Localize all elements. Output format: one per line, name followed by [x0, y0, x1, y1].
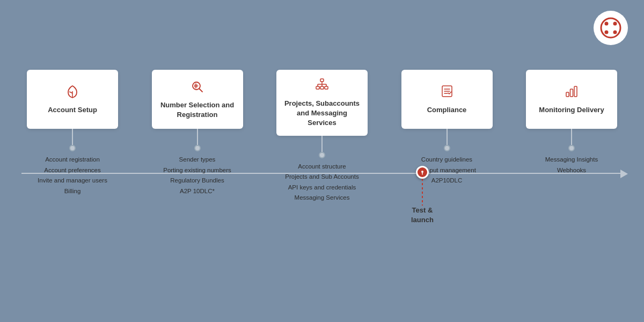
- below-projects: Account structure Projects and Sub Accou…: [279, 162, 365, 203]
- svg-point-2: [613, 22, 617, 26]
- card-title-monitoring: Monitoring Delivery: [539, 105, 604, 115]
- org-chart-icon: [314, 77, 330, 94]
- connector-3: [321, 136, 323, 152]
- connector-5: [571, 129, 572, 145]
- svg-line-6: [199, 89, 202, 92]
- dot-1: [69, 145, 76, 151]
- svg-rect-10: [325, 86, 328, 89]
- dot-4: [444, 145, 450, 151]
- below-account-setup: Account registration Account preferences…: [30, 155, 115, 196]
- card-compliance: Compliance: [401, 70, 493, 129]
- card-monitoring-delivery: Monitoring Delivery: [526, 70, 617, 129]
- card-title-compliance: Compliance: [427, 105, 467, 115]
- svg-rect-22: [574, 86, 577, 97]
- leaf-icon: [65, 84, 80, 101]
- dot-5: [568, 145, 575, 151]
- step-number-selection: Number Selection and Registration Sender…: [147, 70, 248, 203]
- svg-point-0: [601, 18, 620, 38]
- pin-icon: [420, 170, 425, 175]
- dot-3: [319, 152, 325, 158]
- card-title-account-setup: Account Setup: [48, 105, 97, 115]
- main-container: Account Setup Account registration Accou…: [21, 70, 623, 290]
- svg-point-1: [605, 22, 609, 26]
- card-title-number-selection: Number Selection and Registration: [158, 100, 237, 120]
- step-monitoring-delivery: Monitoring Delivery Messaging Insights W…: [521, 70, 623, 203]
- step-projects-subaccounts: Projects, Subaccounts and Messaging Serv…: [271, 70, 373, 203]
- svg-point-4: [613, 31, 617, 34]
- svg-rect-9: [320, 86, 324, 89]
- svg-rect-8: [316, 86, 319, 89]
- card-account-setup: Account Setup: [27, 70, 118, 129]
- card-title-projects: Projects, Subaccounts and Messaging Serv…: [283, 99, 361, 128]
- bar-chart-icon: [564, 84, 579, 101]
- connector-1: [72, 129, 73, 145]
- svg-rect-7: [320, 79, 324, 82]
- test-launch-label: Test &launch: [411, 206, 434, 225]
- svg-rect-21: [570, 89, 573, 97]
- logo-icon: [600, 17, 621, 39]
- connector-4: [447, 129, 448, 145]
- svg-point-3: [605, 31, 609, 34]
- connector-2: [197, 129, 198, 145]
- checklist-icon: [440, 84, 455, 101]
- search-code-icon: [190, 79, 205, 96]
- step-account-setup: Account Setup Account registration Accou…: [21, 70, 123, 203]
- dashed-line: [422, 179, 423, 206]
- card-projects-subaccounts: Projects, Subaccounts and Messaging Serv…: [276, 70, 368, 136]
- dot-2: [194, 145, 201, 151]
- test-launch-pin: [416, 166, 429, 179]
- below-monitoring: Messaging Insights Webhooks: [529, 155, 614, 175]
- card-number-selection: Number Selection and Registration: [152, 70, 243, 129]
- below-number-selection: Sender types Porting existing numbers Re…: [155, 155, 240, 196]
- test-launch-container: Test &launch: [411, 166, 434, 225]
- logo: [594, 11, 628, 45]
- svg-rect-20: [566, 92, 569, 97]
- steps-row: Account Setup Account registration Accou…: [21, 70, 623, 203]
